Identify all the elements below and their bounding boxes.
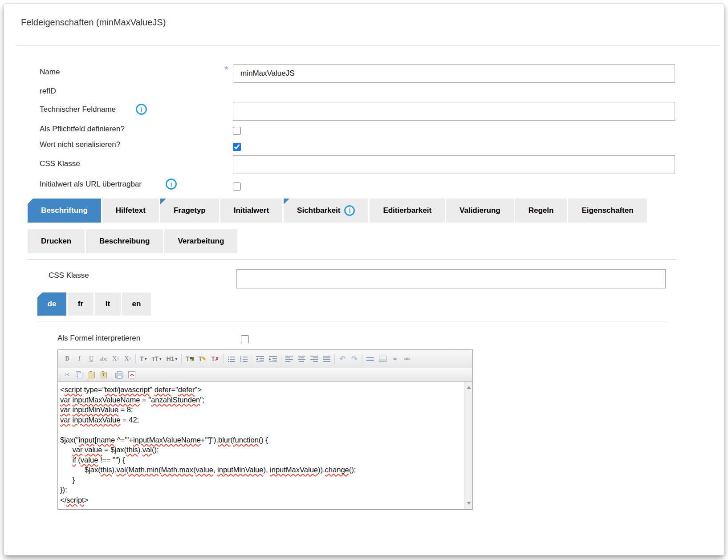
- editor-toolbar-row1: BIUabcXXTтTH1TTT↶↷⚭⚮: [58, 350, 472, 368]
- formula-checkbox[interactable]: [241, 335, 249, 343]
- outdent-icon[interactable]: [256, 356, 264, 362]
- tab-drucken[interactable]: Drucken: [28, 229, 85, 253]
- no-serialize-label: Wert nicht serialisieren?: [40, 140, 120, 149]
- code-line: var value = $jax(this).val();: [60, 445, 462, 455]
- tab-label: Sichtbarkeit: [297, 206, 340, 215]
- language-tab-fr[interactable]: fr: [68, 292, 94, 316]
- insert-link-icon[interactable]: ⚭: [391, 354, 399, 363]
- required-marker: *: [224, 64, 228, 75]
- tab-verarbeitung[interactable]: Verarbeitung: [164, 229, 237, 253]
- align-center-icon[interactable]: [298, 356, 305, 362]
- numbered-list-icon[interactable]: [240, 356, 248, 362]
- toolbar-group: [252, 354, 281, 364]
- info-icon[interactable]: [166, 179, 177, 190]
- tab-beschreibung[interactable]: Beschreibung: [86, 229, 163, 253]
- copy-icon[interactable]: [76, 371, 83, 378]
- tab-label: Hilfetext: [116, 206, 146, 215]
- tab-row-1: BeschriftungHilfetextFragetypInitialwert…: [28, 199, 647, 223]
- undo-icon[interactable]: ↶: [339, 354, 346, 363]
- panel-css-class-label: CSS Klasse: [49, 271, 89, 280]
- image-icon[interactable]: [379, 356, 386, 362]
- name-label: Name: [40, 68, 60, 77]
- font-family-icon[interactable]: T: [140, 354, 147, 363]
- unlink-icon[interactable]: ⚮: [403, 354, 411, 363]
- superscript-icon[interactable]: X: [124, 354, 131, 363]
- italic-icon[interactable]: I: [76, 354, 83, 363]
- editor-content-area: <script type="text/javascript" defer="de…: [58, 381, 472, 509]
- horizontal-rule-icon[interactable]: [366, 356, 374, 361]
- code-line: if (value !== "") {: [60, 455, 462, 465]
- toolbar-group: BIUabcXX: [60, 354, 136, 364]
- tab-sichtbarkeit[interactable]: Sichtbarkeit: [284, 199, 368, 223]
- editor-content[interactable]: <script type="text/javascript" defer="de…: [58, 381, 464, 509]
- technical-name-input[interactable]: [233, 102, 675, 121]
- tab-label: Initialwert: [234, 206, 269, 215]
- toolbar-group: [224, 354, 252, 364]
- tab-eigenschaften[interactable]: Eigenschaften: [568, 199, 647, 223]
- language-tab-de[interactable]: de: [37, 292, 66, 316]
- tab-validierung[interactable]: Validierung: [446, 199, 514, 223]
- language-tab-en[interactable]: en: [122, 292, 151, 316]
- code-line: $jax(this).val(Math.min(Math.max(value, …: [60, 465, 462, 475]
- toolbar-group: ⚭⚮: [362, 354, 415, 364]
- tab-label: Beschriftung: [41, 206, 88, 215]
- tab-fragetyp[interactable]: Fragetyp: [160, 199, 219, 223]
- no-serialize-checkbox[interactable]: [233, 143, 241, 151]
- language-tab-it[interactable]: it: [95, 292, 121, 316]
- paste-as-text-icon[interactable]: [100, 372, 107, 378]
- required-question-label: Als Pflichtfeld definieren?: [40, 125, 125, 134]
- editor-toolbar-row2: ✂: [58, 368, 472, 381]
- strikethrough-icon[interactable]: abc: [100, 354, 107, 363]
- initial-url-label: Initialwert als URL übertragbar: [40, 180, 142, 189]
- tab-beschriftung[interactable]: Beschriftung: [28, 199, 101, 223]
- code-line: var inputMaxValueName = "anzahlStunden";: [60, 395, 462, 405]
- tab-label: Fragetyp: [174, 206, 206, 215]
- required-checkbox[interactable]: [233, 127, 241, 135]
- font-size-icon[interactable]: тT: [152, 354, 162, 363]
- remove-format-icon[interactable]: T: [211, 354, 219, 363]
- css-class-input[interactable]: [233, 155, 675, 174]
- name-input[interactable]: [233, 64, 675, 83]
- indent-icon[interactable]: [269, 356, 277, 362]
- bold-icon[interactable]: B: [64, 354, 71, 363]
- toolbar-group: TTT: [182, 354, 224, 364]
- paragraph-format-icon[interactable]: H1: [167, 354, 177, 363]
- panel-css-class-input[interactable]: [236, 269, 666, 288]
- tab-regeln[interactable]: Regeln: [515, 199, 567, 223]
- text-color-icon[interactable]: T: [186, 354, 194, 363]
- initial-url-checkbox[interactable]: [233, 183, 241, 191]
- align-right-icon[interactable]: [310, 356, 318, 362]
- tab-hilfetext[interactable]: Hilfetext: [102, 199, 159, 223]
- redo-icon[interactable]: ↷: [351, 354, 358, 363]
- editor-scrollbar[interactable]: [464, 381, 472, 509]
- field-properties-dialog: Feldeigenschaften (minMaxValueJS) Name *…: [4, 4, 724, 556]
- css-class-label: CSS Klasse: [40, 159, 80, 168]
- tab-label: Beschreibung: [99, 237, 150, 246]
- info-icon[interactable]: [344, 205, 355, 216]
- rich-text-editor: BIUabcXXTтTH1TTT↶↷⚭⚮ ✂ <script type="tex…: [57, 349, 473, 510]
- print-icon[interactable]: [115, 373, 123, 378]
- tab-editierbarkeit[interactable]: Editierbarkeit: [370, 199, 445, 223]
- code-line: var inputMaxValue = 42;: [60, 415, 462, 425]
- code-line: });: [60, 485, 462, 495]
- paste-icon[interactable]: [88, 372, 95, 378]
- cut-icon[interactable]: ✂: [64, 370, 71, 379]
- toolbar-group: ↶↷: [335, 354, 362, 364]
- align-left-icon[interactable]: [285, 356, 293, 362]
- tab-initialwert[interactable]: Initialwert: [220, 199, 282, 223]
- bullet-list-icon[interactable]: [228, 356, 235, 362]
- subscript-icon[interactable]: X: [112, 354, 119, 363]
- refid-label: refID: [40, 87, 56, 96]
- language-tab-row: defriten: [37, 292, 151, 316]
- toolbar-group: [111, 370, 139, 380]
- tab-label: Verarbeitung: [178, 237, 224, 246]
- code-line: [60, 425, 462, 435]
- language-divider: [37, 321, 667, 321]
- toolbar-group: TтTH1: [136, 354, 182, 364]
- highlight-color-icon[interactable]: T: [199, 354, 207, 363]
- tab-label: Validierung: [460, 206, 500, 215]
- underline-icon[interactable]: U: [88, 354, 95, 363]
- source-code-icon[interactable]: [128, 371, 135, 378]
- align-justify-icon[interactable]: [323, 356, 330, 362]
- info-icon[interactable]: [136, 104, 147, 115]
